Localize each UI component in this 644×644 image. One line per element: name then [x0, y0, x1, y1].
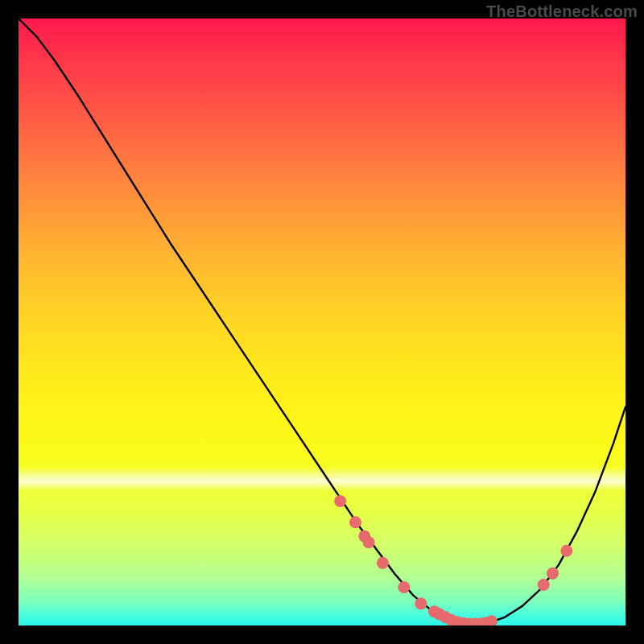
data-dot: [377, 557, 389, 569]
data-dot: [485, 615, 497, 625]
data-dots-group: [334, 495, 572, 625]
bottleneck-curve: [19, 19, 625, 624]
data-dot: [334, 495, 346, 507]
data-dot: [349, 516, 361, 528]
attribution-watermark: TheBottleneck.com: [486, 2, 638, 21]
data-dot: [547, 568, 559, 580]
data-dot: [415, 597, 427, 609]
chart-frame: TheBottleneck.com: [0, 0, 644, 644]
data-dot: [363, 536, 375, 548]
data-dot: [560, 545, 572, 557]
bottleneck-curve-svg: [19, 19, 625, 625]
data-dot: [538, 579, 550, 591]
plot-area: [19, 19, 625, 625]
data-dot: [398, 581, 410, 593]
